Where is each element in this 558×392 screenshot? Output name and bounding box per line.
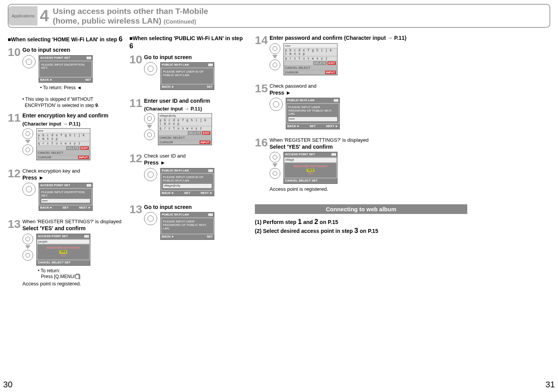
joystick-icon bbox=[144, 168, 157, 181]
char-input-screen: village@city a b c d e f g h i j k l m n… bbox=[158, 113, 212, 145]
step-number: 16 bbox=[255, 137, 270, 193]
chapter-header: Applications 4 Using access points other… bbox=[8, 4, 550, 28]
column-home-wifi: ■When selecting 'HOME Wi-Fi LAN' in step… bbox=[8, 35, 126, 293]
step-number: 12 bbox=[8, 168, 22, 213]
down-arrow-icon bbox=[25, 140, 31, 144]
lcd-screen: ACCESS POINT SET▮▮▮ PLEASE INPUT ENCRYPT… bbox=[39, 183, 93, 211]
lcd-screen: PUBLIC Wi-Fi LAN▮▮▮ PLEASE INPUT USER ID… bbox=[160, 168, 214, 196]
step-title: Press ► bbox=[270, 90, 467, 97]
joystick-icon bbox=[22, 183, 36, 196]
step-pretext: Check password and bbox=[270, 83, 467, 89]
column-continued: 14 Enter password and confirm (Character… bbox=[255, 35, 467, 293]
down-arrow-icon bbox=[272, 55, 278, 59]
joystick-icon bbox=[270, 152, 280, 163]
page-number-right: 31 bbox=[546, 380, 555, 390]
joystick-icon bbox=[270, 43, 280, 54]
joystick-icon bbox=[22, 144, 33, 155]
joystick-icon bbox=[22, 234, 33, 244]
step-c15: 15 Check password and Press ► PUBLIC Wi-… bbox=[255, 83, 467, 132]
title-continued: (Continued) bbox=[164, 18, 196, 25]
step-title: Go to input screen bbox=[144, 204, 247, 211]
connect-step-1: (1) Perform step 1 and 2 on P.15 bbox=[255, 218, 467, 226]
column-public-wifi: ■When selecting 'PUBLIC Wi-Fi LAN' in st… bbox=[129, 35, 247, 293]
step-b13: 13 Go to input screen PUBLIC Wi-Fi LAN▮▮… bbox=[129, 204, 247, 242]
applications-tab: Applications bbox=[8, 6, 37, 25]
lcd-screen: ACCESS POINT SET▮▮▮ village REGISTER SET… bbox=[283, 152, 338, 184]
step-title: Press ► bbox=[22, 175, 126, 182]
step-c14: 14 Enter password and confirm (Character… bbox=[255, 35, 467, 78]
step-number: 12 bbox=[129, 153, 144, 198]
joystick-icon bbox=[144, 129, 155, 140]
joystick-icon bbox=[270, 98, 283, 111]
step-title: Press ► bbox=[144, 160, 247, 166]
trash-icon bbox=[75, 275, 79, 279]
step-pretext: Check user ID and bbox=[144, 153, 247, 159]
char-input-screen: ••••• a b c d e f g h i j k l m n o p q … bbox=[283, 43, 338, 75]
step-pretext: Check encryption key and bbox=[22, 168, 126, 174]
step-a13: 13 When 'REGISTER SETTINGS?' is displaye… bbox=[8, 219, 126, 287]
joystick-icon bbox=[22, 128, 33, 139]
char-input-screen: ••••• a b c d e f g h i j k l m n o p q … bbox=[36, 128, 90, 160]
lcd-screen: PUBLIC Wi-Fi LAN▮▮▮ PLEASE INPUT USER ID… bbox=[160, 62, 214, 90]
down-arrow-icon bbox=[25, 245, 31, 249]
step-title: Select 'YES' and confirm bbox=[22, 225, 126, 232]
note-skip: • This step is skipped if 'WITHOUT ENCRY… bbox=[22, 97, 126, 109]
step-title: Go to input screen bbox=[22, 47, 126, 54]
step-a10: 10 Go to input screen ACCESS POINT SET▮▮… bbox=[8, 47, 126, 91]
note-qmenu: Press [Q.MENU/] bbox=[41, 274, 126, 279]
step-a12: 12 Check encryption key and Press ► ACCE… bbox=[8, 168, 126, 213]
lcd-screen: PUBLIC Wi-Fi LAN▮▮▮ PLEASE INPUT USER PA… bbox=[286, 98, 340, 129]
down-arrow-icon bbox=[147, 125, 152, 129]
step-b10: 10 Go to input screen PUBLIC Wi-Fi LAN▮▮… bbox=[129, 54, 247, 92]
joystick-icon bbox=[22, 55, 36, 68]
joystick-icon bbox=[270, 168, 280, 179]
page-number-left: 30 bbox=[3, 380, 12, 390]
title-block: Using access points other than T-Mobile … bbox=[53, 6, 209, 25]
step-subtitle: (Character input → P.11) bbox=[144, 106, 247, 112]
step-a11: 11 Enter encryption key and confirm (Cha… bbox=[8, 112, 126, 163]
note-return: • To return: Press ◄ bbox=[39, 85, 126, 91]
joystick-icon bbox=[144, 113, 155, 124]
title-line2a: (home, public wireless LAN) bbox=[53, 16, 164, 25]
connecting-bar: Connecting to web album bbox=[255, 204, 467, 214]
lcd-screen: ACCESS POINT SET▮▮▮ PLEASE INPUT ENCRYPT… bbox=[39, 55, 93, 83]
step-title: Enter password and confirm (Character in… bbox=[270, 35, 467, 42]
done-text: Access point is registered. bbox=[270, 186, 467, 192]
step-number: 10 bbox=[8, 47, 22, 91]
home-wifi-heading: ■When selecting 'HOME Wi-Fi LAN' in step… bbox=[8, 35, 126, 44]
joystick-icon bbox=[144, 62, 157, 75]
step-b12: 12 Check user ID and Press ► PUBLIC Wi-F… bbox=[129, 153, 247, 198]
note-return: • To return: bbox=[36, 268, 126, 274]
step-title: Enter encryption key and confirm bbox=[22, 112, 126, 119]
step-pretext: When 'REGISTER SETTINGS?' is displayed bbox=[270, 137, 467, 143]
step-number: 11 bbox=[8, 112, 22, 163]
down-arrow-icon bbox=[272, 163, 278, 167]
step-pretext: When 'REGISTER SETTINGS?' is displayed bbox=[22, 219, 126, 224]
lcd-screen: PUBLIC Wi-Fi LAN▮▮▮ PLEASE INPUT USER PA… bbox=[160, 212, 214, 240]
step-subtitle: (Character input → P.11) bbox=[22, 121, 126, 127]
done-text: Access point is registered. bbox=[22, 281, 126, 287]
step-number: 13 bbox=[129, 204, 144, 242]
step-number: 11 bbox=[129, 98, 144, 148]
step-number: 10 bbox=[129, 54, 144, 92]
section-number: 4 bbox=[37, 8, 53, 24]
lcd-screen: ACCESS POINT SET▮▮▮ people REGISTER SETT… bbox=[36, 234, 90, 266]
step-title: Select 'YES' and confirm bbox=[270, 144, 467, 151]
step-title: Go to input screen bbox=[144, 54, 247, 61]
step-number: 13 bbox=[8, 219, 22, 287]
step-title: Enter user ID and confirm bbox=[144, 98, 247, 105]
step-number: 14 bbox=[255, 35, 270, 78]
step-number: 15 bbox=[255, 83, 270, 132]
public-wifi-heading: ■When selecting 'PUBLIC Wi-Fi LAN' in st… bbox=[129, 35, 247, 51]
step-b11: 11 Enter user ID and confirm (Character … bbox=[129, 98, 247, 148]
joystick-icon bbox=[144, 212, 157, 225]
joystick-icon bbox=[22, 250, 33, 261]
step-c16: 16 When 'REGISTER SETTINGS?' is displaye… bbox=[255, 137, 467, 193]
title-line1: Using access points other than T-Mobile bbox=[53, 6, 209, 16]
joystick-icon bbox=[270, 59, 280, 70]
connect-step-2: (2) Select desired access point in step … bbox=[255, 227, 467, 235]
